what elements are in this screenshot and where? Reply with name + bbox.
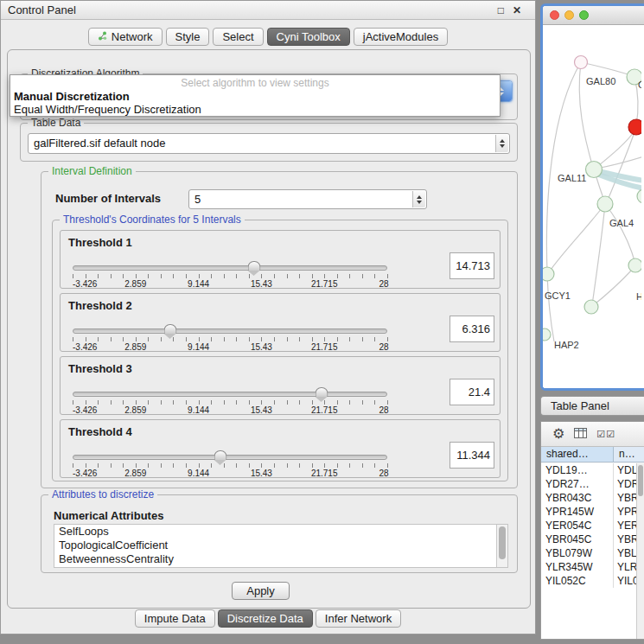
cell-name[interactable]: YBR0… (614, 491, 636, 505)
cell-name[interactable]: YDL1… (614, 463, 636, 477)
table-row[interactable]: YBR045CYBR0… (541, 532, 636, 546)
cell-shared-name[interactable]: YPR145W (541, 505, 614, 519)
table-row[interactable]: YER054CYER0… (541, 519, 636, 532)
zoom-traffic-light-icon[interactable] (579, 10, 589, 20)
scale-tick-label: 15.43 (251, 405, 272, 415)
attribute-list-item[interactable]: TopologicalCoefficient (54, 539, 507, 552)
cell-name[interactable]: YDR2… (614, 477, 636, 491)
combo-stepper-icon[interactable] (412, 191, 425, 207)
table-row[interactable]: YDR27…YDR2… (541, 477, 636, 491)
slider-thumb[interactable] (248, 261, 261, 271)
network-node[interactable] (584, 300, 598, 314)
cell-shared-name[interactable]: YIL052C (541, 574, 614, 588)
table-panel-header[interactable]: Table Panel (540, 396, 644, 416)
network-edge[interactable] (581, 62, 633, 76)
network-node[interactable] (628, 258, 641, 272)
slider-track[interactable] (73, 265, 387, 271)
cell-shared-name[interactable]: YBL079W (541, 546, 614, 560)
network-edge[interactable] (607, 127, 636, 202)
network-node[interactable] (597, 196, 613, 212)
tab-impute-data[interactable]: Impute Data (135, 609, 215, 628)
gear-icon[interactable]: ⚙ (552, 427, 564, 441)
network-node[interactable] (543, 267, 554, 281)
table-body[interactable]: YDL19…YDL1…YDR27…YDR2…YBR043CYBR0…YPR145… (541, 463, 636, 639)
threshold-slider[interactable]: -3.4262.8599.14415.4321.71528 (73, 453, 387, 477)
network-node[interactable] (586, 162, 603, 178)
table-scrollbar[interactable] (636, 463, 644, 639)
cell-name[interactable]: YBL0… (614, 546, 636, 560)
threshold-value-field[interactable]: 14.713 (450, 252, 494, 279)
column-header-shared-name[interactable]: shared… (541, 447, 614, 462)
cell-name[interactable]: YBR0… (614, 532, 636, 546)
cell-shared-name[interactable]: YBR043C (541, 491, 614, 505)
tab-network[interactable]: Network (88, 28, 163, 46)
table-data-combobox[interactable]: galFiltered.sif default node (28, 133, 510, 154)
attributes-scrollbar[interactable] (496, 525, 507, 567)
cell-shared-name[interactable]: YBR045C (541, 532, 614, 546)
table-row[interactable]: YIL052CYIL0… (541, 574, 636, 588)
threshold-slider[interactable]: -3.4262.8599.14415.4321.71528 (73, 327, 387, 351)
float-window-icon[interactable]: □ (498, 4, 504, 16)
threshold-slider[interactable]: -3.4262.8599.14415.4321.71528 (73, 264, 387, 288)
slider-track[interactable] (73, 328, 387, 334)
number-of-intervals-combobox[interactable]: 5 (188, 189, 427, 209)
network-edge[interactable] (592, 204, 605, 305)
network-edge[interactable] (596, 156, 641, 169)
network-canvas[interactable]: GAL80G…GAL11GAL4GCY1H…HAP2 (543, 25, 641, 388)
columns-icon[interactable] (574, 426, 587, 442)
network-node[interactable] (543, 328, 551, 341)
dropdown-option-manual-discretization[interactable]: Manual Discretization (10, 90, 500, 103)
slider-thumb[interactable] (315, 387, 328, 397)
combo-stepper-icon[interactable] (495, 135, 508, 152)
cell-shared-name[interactable]: YLR345W (541, 560, 614, 574)
cell-name[interactable]: YLR3… (614, 560, 636, 574)
tab-cyni-toolbox[interactable]: Cyni Toolbox (267, 28, 350, 46)
tab-discretize-data[interactable]: Discretize Data (218, 609, 313, 628)
scale-tick-label: 28 (379, 279, 389, 289)
cell-name[interactable]: YER0… (614, 519, 636, 532)
tab-jactivemodules[interactable]: jActiveModules (354, 28, 448, 46)
slider-track[interactable] (73, 455, 387, 460)
dropdown-option-equal-width-frequency[interactable]: Equal Width/Frequency Discretization (10, 103, 500, 116)
table-row[interactable]: YLR345WYLR3… (541, 560, 636, 574)
select-columns-icon[interactable]: ☑☑ (596, 429, 615, 440)
network-edge[interactable] (549, 204, 605, 272)
attribute-list-item[interactable]: BetweennessCentrality (54, 552, 507, 566)
network-window-titlebar[interactable] (543, 6, 644, 25)
slider-track[interactable] (73, 392, 387, 397)
network-edge[interactable] (591, 268, 634, 307)
threshold-value-field[interactable]: 11.344 (450, 442, 494, 469)
control-panel-titlebar[interactable]: Control Panel □ ✕ (1, 1, 535, 20)
cell-name[interactable]: YIL0… (614, 574, 636, 588)
table-row[interactable]: YPR145WYPR1… (541, 505, 636, 519)
network-edge[interactable] (605, 204, 635, 264)
cell-shared-name[interactable]: YDL19… (541, 463, 614, 477)
network-node[interactable] (575, 56, 588, 69)
cell-shared-name[interactable]: YDR27… (541, 477, 614, 491)
minimize-traffic-light-icon[interactable] (564, 10, 574, 20)
close-traffic-light-icon[interactable] (550, 10, 559, 20)
network-edge[interactable] (546, 62, 581, 272)
threshold-slider[interactable]: -3.4262.8599.14415.4321.71528 (73, 390, 387, 414)
table-row[interactable]: YDL19…YDL1… (541, 463, 636, 477)
numerical-attributes-list[interactable]: SelfLoopsTopologicalCoefficientBetweenne… (54, 524, 508, 568)
scrollbar-thumb[interactable] (638, 465, 643, 496)
network-node[interactable] (637, 189, 641, 203)
cell-name[interactable]: YPR1… (614, 505, 636, 519)
scrollbar-thumb[interactable] (499, 526, 506, 559)
table-row[interactable]: YBR043CYBR0… (541, 491, 636, 505)
attribute-list-item[interactable]: SelfLoops (54, 525, 507, 539)
threshold-value-field[interactable]: 6.316 (450, 316, 494, 342)
tab-select[interactable]: Select (213, 28, 263, 46)
table-row[interactable]: YBL079WYBL0… (541, 546, 636, 560)
tab-style[interactable]: Style (166, 28, 210, 46)
column-header-name[interactable]: n… (614, 447, 644, 462)
slider-thumb[interactable] (214, 450, 227, 460)
network-node[interactable] (628, 119, 641, 135)
apply-button[interactable]: Apply (232, 582, 290, 600)
slider-thumb[interactable] (163, 324, 176, 334)
close-window-icon[interactable]: ✕ (513, 4, 521, 16)
cell-shared-name[interactable]: YER054C (541, 519, 614, 532)
tab-infer-network[interactable]: Infer Network (316, 609, 401, 628)
threshold-value-field[interactable]: 21.4 (450, 379, 494, 405)
